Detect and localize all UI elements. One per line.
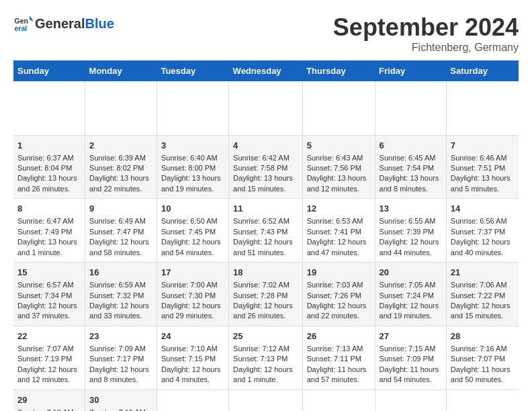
calendar-cell: 14Sunrise: 6:56 AMSunset: 7:37 PMDayligh… — [446, 199, 519, 263]
title-area: September 2024 Fichtenberg, Germany — [333, 13, 519, 54]
day-number: 29 — [17, 394, 81, 406]
calendar-cell — [229, 390, 303, 411]
calendar-cell — [446, 81, 519, 135]
calendar-cell: 22Sunrise: 7:07 AMSunset: 7:19 PMDayligh… — [13, 326, 85, 390]
day-number: 9 — [89, 203, 152, 215]
day-info: Sunrise: 6:56 AMSunset: 7:37 PMDaylight:… — [451, 217, 511, 256]
calendar-cell: 3Sunrise: 6:40 AMSunset: 8:00 PMDaylight… — [157, 135, 228, 199]
calendar-cell — [375, 390, 446, 411]
day-info: Sunrise: 7:12 AMSunset: 7:13 PMDaylight:… — [233, 345, 293, 383]
day-info: Sunrise: 6:42 AMSunset: 7:58 PMDaylight:… — [233, 154, 293, 193]
calendar-cell: 18Sunrise: 7:02 AMSunset: 7:28 PMDayligh… — [229, 263, 303, 326]
calendar-cell: 26Sunrise: 7:13 AMSunset: 7:11 PMDayligh… — [302, 326, 375, 390]
day-info: Sunrise: 7:19 AMSunset: 7:02 PMDaylight:… — [89, 408, 149, 411]
calendar-cell — [13, 81, 85, 135]
day-number: 18 — [233, 267, 298, 279]
calendar-cell: 17Sunrise: 7:00 AMSunset: 7:30 PMDayligh… — [157, 263, 228, 326]
weekday-header-wednesday: Wednesday — [229, 60, 303, 81]
calendar-cell: 8Sunrise: 6:47 AMSunset: 7:49 PMDaylight… — [13, 199, 85, 263]
day-number: 8 — [17, 203, 81, 215]
day-info: Sunrise: 7:02 AMSunset: 7:28 PMDaylight:… — [233, 281, 293, 320]
day-info: Sunrise: 6:50 AMSunset: 7:45 PMDaylight:… — [161, 217, 221, 256]
calendar-cell: 11Sunrise: 6:52 AMSunset: 7:43 PMDayligh… — [229, 199, 303, 263]
day-number: 12 — [307, 203, 371, 215]
calendar-cell — [85, 81, 157, 135]
day-info: Sunrise: 7:13 AMSunset: 7:11 PMDaylight:… — [307, 345, 367, 383]
day-number: 3 — [161, 140, 224, 152]
weekday-header-sunday: Sunday — [13, 60, 85, 81]
day-number: 16 — [89, 267, 152, 279]
calendar-week-4: 15Sunrise: 6:57 AMSunset: 7:34 PMDayligh… — [13, 263, 519, 326]
calendar-cell: 15Sunrise: 6:57 AMSunset: 7:34 PMDayligh… — [13, 263, 85, 326]
day-info: Sunrise: 6:52 AMSunset: 7:43 PMDaylight:… — [233, 217, 293, 256]
day-number: 2 — [89, 140, 152, 152]
weekday-header-friday: Friday — [375, 60, 446, 81]
calendar-cell: 9Sunrise: 6:49 AMSunset: 7:47 PMDaylight… — [85, 199, 157, 263]
weekday-header-tuesday: Tuesday — [157, 60, 228, 81]
day-info: Sunrise: 6:43 AMSunset: 7:56 PMDaylight:… — [307, 154, 367, 193]
day-info: Sunrise: 6:40 AMSunset: 8:00 PMDaylight:… — [161, 154, 221, 193]
calendar-cell: 21Sunrise: 7:06 AMSunset: 7:22 PMDayligh… — [446, 263, 519, 326]
calendar-cell: 24Sunrise: 7:10 AMSunset: 7:15 PMDayligh… — [157, 326, 228, 390]
calendar-cell: 1Sunrise: 6:37 AMSunset: 8:04 PMDaylight… — [13, 135, 85, 199]
day-info: Sunrise: 6:49 AMSunset: 7:47 PMDaylight:… — [89, 217, 149, 256]
day-number: 25 — [233, 330, 298, 342]
logo-icon: Gen eral — [13, 13, 34, 34]
day-number: 20 — [380, 267, 442, 279]
day-number: 6 — [380, 140, 442, 152]
svg-text:eral: eral — [15, 24, 28, 32]
calendar-cell: 27Sunrise: 7:15 AMSunset: 7:09 PMDayligh… — [375, 326, 446, 390]
logo: Gen eral GeneralBlue — [13, 13, 114, 34]
day-info: Sunrise: 7:16 AMSunset: 7:07 PMDaylight:… — [451, 345, 511, 383]
day-number: 11 — [233, 203, 298, 215]
calendar-cell — [302, 81, 375, 135]
day-info: Sunrise: 7:15 AMSunset: 7:09 PMDaylight:… — [380, 345, 439, 383]
day-info: Sunrise: 7:06 AMSunset: 7:22 PMDaylight:… — [451, 281, 511, 320]
day-info: Sunrise: 6:46 AMSunset: 7:51 PMDaylight:… — [451, 154, 511, 193]
calendar-week-3: 8Sunrise: 6:47 AMSunset: 7:49 PMDaylight… — [13, 199, 519, 263]
calendar-week-2: 1Sunrise: 6:37 AMSunset: 8:04 PMDaylight… — [13, 135, 519, 199]
day-info: Sunrise: 6:45 AMSunset: 7:54 PMDaylight:… — [380, 154, 439, 193]
day-number: 23 — [89, 330, 152, 342]
weekday-header-thursday: Thursday — [302, 60, 375, 81]
calendar-cell — [229, 81, 303, 135]
day-number: 1 — [17, 140, 81, 152]
weekday-header-monday: Monday — [85, 60, 157, 81]
calendar-cell — [446, 390, 519, 411]
day-info: Sunrise: 6:53 AMSunset: 7:41 PMDaylight:… — [307, 217, 367, 256]
logo-blue: Blue — [85, 16, 114, 31]
weekday-header-row: SundayMondayTuesdayWednesdayThursdayFrid… — [13, 60, 519, 81]
day-number: 27 — [380, 330, 442, 342]
location-title: Fichtenberg, Germany — [333, 42, 519, 54]
day-info: Sunrise: 7:07 AMSunset: 7:19 PMDaylight:… — [17, 345, 77, 383]
day-number: 7 — [451, 140, 515, 152]
calendar-cell: 10Sunrise: 6:50 AMSunset: 7:45 PMDayligh… — [157, 199, 228, 263]
day-number: 13 — [380, 203, 442, 215]
month-title: September 2024 — [333, 13, 519, 42]
day-number: 30 — [89, 394, 152, 406]
calendar-cell: 13Sunrise: 6:55 AMSunset: 7:39 PMDayligh… — [375, 199, 446, 263]
page-header: Gen eral GeneralBlue September 2024 Fich… — [13, 13, 519, 54]
day-number: 21 — [451, 267, 515, 279]
calendar-cell: 30Sunrise: 7:19 AMSunset: 7:02 PMDayligh… — [85, 390, 157, 411]
svg-marker-2 — [30, 16, 34, 21]
day-info: Sunrise: 6:55 AMSunset: 7:39 PMDaylight:… — [380, 217, 439, 256]
day-number: 24 — [161, 330, 224, 342]
calendar-cell: 5Sunrise: 6:43 AMSunset: 7:56 PMDaylight… — [302, 135, 375, 199]
calendar-week-1 — [13, 81, 519, 135]
calendar-table: SundayMondayTuesdayWednesdayThursdayFrid… — [13, 60, 519, 411]
day-info: Sunrise: 6:57 AMSunset: 7:34 PMDaylight:… — [17, 281, 77, 320]
day-number: 14 — [451, 203, 515, 215]
calendar-cell — [157, 390, 228, 411]
calendar-cell: 28Sunrise: 7:16 AMSunset: 7:07 PMDayligh… — [446, 326, 519, 390]
day-number: 28 — [451, 330, 515, 342]
calendar-cell: 29Sunrise: 7:18 AMSunset: 7:04 PMDayligh… — [13, 390, 85, 411]
day-number: 22 — [17, 330, 81, 342]
calendar-cell: 19Sunrise: 7:03 AMSunset: 7:26 PMDayligh… — [302, 263, 375, 326]
day-info: Sunrise: 7:03 AMSunset: 7:26 PMDaylight:… — [307, 281, 367, 320]
day-number: 15 — [17, 267, 81, 279]
weekday-header-saturday: Saturday — [446, 60, 519, 81]
calendar-cell: 23Sunrise: 7:09 AMSunset: 7:17 PMDayligh… — [85, 326, 157, 390]
day-number: 19 — [307, 267, 371, 279]
calendar-cell — [157, 81, 228, 135]
